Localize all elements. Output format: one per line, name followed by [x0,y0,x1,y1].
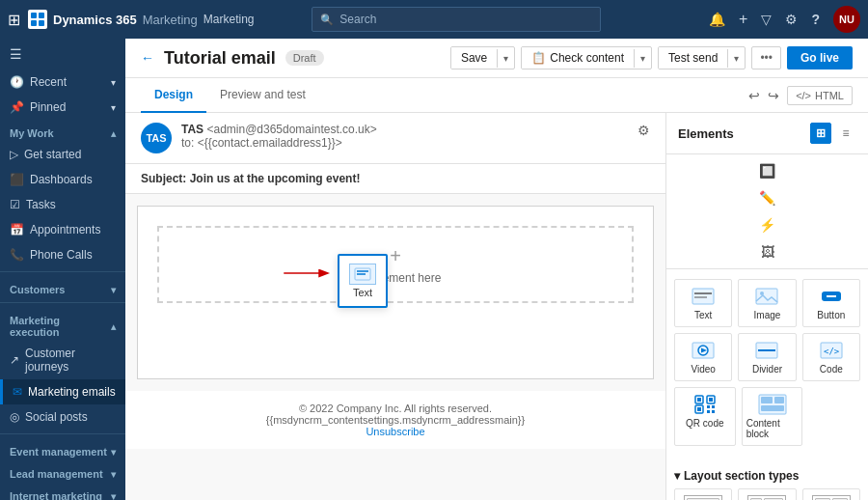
go-live-button[interactable]: Go live [787,46,853,69]
check-icon: 📋 [531,51,546,65]
email-body-container: + Add element here T [125,206,665,449]
pinned-label: Pinned [30,100,66,114]
appointments-icon: 📅 [10,223,24,236]
list-view-icon[interactable]: ≡ [835,123,856,144]
sidebar-item-recent[interactable]: 🕐 Recent ▾ [0,69,125,95]
2-column-preview [812,495,851,500]
text-icon [689,286,718,307]
sidebar-item-customer-journeys[interactable]: ↗ Customer journeys [0,341,125,379]
notification-icon[interactable]: 🔔 [709,12,725,27]
element-content-block[interactable]: Content block [742,387,803,446]
tool-icon-4[interactable]: 🖼 [755,239,780,264]
email-header-info: TAS TAS <admin@d365domaintest.co.uk> to:… [125,113,665,164]
save-button[interactable]: Save [451,47,497,69]
element-code[interactable]: </> Code [802,333,860,381]
save-caret-button[interactable]: ▾ [497,49,514,68]
sidebar-item-phone-calls[interactable]: 📞 Phone Calls [0,242,125,267]
test-send-button-group: Test send ▾ [658,46,746,69]
email-meta: TAS <admin@d365domaintest.co.uk> to: <{{… [181,123,628,150]
recent-icon: 🕐 [10,75,24,89]
element-image[interactable]: Image [738,279,796,327]
empty-cell [808,387,860,446]
filter-icon[interactable]: ▽ [761,12,772,27]
sender-email: <admin@d365domaintest.co.uk> [206,123,376,136]
grid-icon[interactable]: ⊞ [8,11,20,29]
svg-rect-29 [707,405,710,408]
button-icon [817,286,846,307]
brand-name: Dynamics 365 [53,13,137,27]
sidebar-item-appointments[interactable]: 📅 Appointments [0,217,125,242]
sidebar-item-get-started[interactable]: ▷ Get started [0,142,125,167]
check-content-button-group: 📋 Check content ▾ [521,46,652,69]
tab-design[interactable]: Design [141,78,206,113]
element-divider[interactable]: Divider [738,333,796,381]
back-button[interactable]: ← [141,50,154,66]
svg-rect-34 [761,397,773,403]
tool-icon-1[interactable]: 🔲 [755,158,780,183]
html-button[interactable]: </> HTML [787,86,853,105]
sidebar-hamburger[interactable]: ☰ [0,39,125,69]
image-icon [752,286,781,307]
brand-logo: Dynamics 365 Marketing Marketing [28,10,255,29]
internet-marketing-label: Internet marketing [10,490,102,500]
content-area: ← Tutorial email Draft Save ▾ 📋 Check co… [125,39,868,500]
my-work-chevron: ▴ [111,128,116,139]
element-text[interactable]: Text [674,279,732,327]
unsubscribe-link[interactable]: Unsubscribe [366,426,424,437]
layout-1-2-column[interactable]: 1:2 Column [738,488,796,500]
grid-view-icon[interactable]: ⊞ [810,123,831,144]
add-element-area[interactable]: + Add element here [157,226,634,303]
check-content-button[interactable]: 📋 Check content [522,47,634,69]
check-content-caret-button[interactable]: ▾ [634,49,651,68]
search-box[interactable]: 🔍 Search [312,7,601,32]
phone-calls-label: Phone Calls [30,248,93,262]
sidebar-item-pinned[interactable]: 📌 Pinned ▾ [0,95,125,120]
test-send-caret-button[interactable]: ▾ [727,49,745,68]
email-body[interactable]: + Add element here [137,206,654,379]
sidebar-item-dashboards[interactable]: ⬛ Dashboards [0,167,125,192]
svg-rect-35 [774,397,784,403]
element-qr-code[interactable]: QR code [674,387,736,446]
customer-journeys-label: Customer journeys [25,347,116,374]
content-block-element-label: Content block [746,418,799,439]
layout-1-column[interactable]: 1 Column [674,488,732,500]
svg-rect-9 [692,289,714,304]
email-canvas: TAS TAS <admin@d365domaintest.co.uk> to:… [125,113,665,500]
page-title: Tutorial email [164,48,276,69]
new-icon[interactable]: + [739,11,747,28]
redo-icon[interactable]: ↪ [768,88,779,103]
test-send-button[interactable]: Test send [659,47,727,69]
tab-preview[interactable]: Preview and test [206,78,319,113]
undo-icon[interactable]: ↩ [748,88,760,103]
more-options-button[interactable]: ••• [751,46,781,69]
lead-management-group: Lead management ▾ [0,460,125,483]
gear-icon[interactable]: ⚙ [637,123,650,138]
sidebar-item-marketing-emails[interactable]: ✉ Marketing emails [0,379,125,404]
settings-icon[interactable]: ⚙ [785,12,798,27]
email-footer: © 2022 Company Inc. All rights reserved.… [125,391,665,449]
status-badge: Draft [285,50,324,66]
subject-row: Subject: Join us at the upcoming event! [125,164,665,194]
top-navigation: ⊞ Dynamics 365 Marketing Marketing 🔍 Sea… [0,0,868,39]
tool-icon-2[interactable]: ✏️ [755,185,780,210]
sidebar-item-tasks[interactable]: ☑ Tasks [0,192,125,217]
sidebar-item-social-posts[interactable]: ◎ Social posts [0,404,125,430]
dashboards-icon: ⬛ [10,173,24,186]
save-button-group: Save ▾ [450,46,515,69]
footer-token: {{msdyncrm_contentsettings.msdyncrm_addr… [141,414,650,426]
help-icon[interactable]: ? [811,12,820,27]
elements-row-3: QR code Content block [674,387,860,446]
user-avatar[interactable]: NU [833,6,860,33]
text-element-tooltip[interactable]: Text [338,254,388,308]
divider-icon [752,340,781,361]
sidebar: ☰ 🕐 Recent ▾ 📌 Pinned ▾ My Work ▴ ▷ Get … [0,39,125,500]
appointments-label: Appointments [30,223,100,236]
element-video[interactable]: Video [674,333,732,381]
lead-management-chevron: ▾ [111,469,116,480]
layout-2-column[interactable]: 2 Column [802,488,860,500]
check-content-label: Check content [550,51,624,65]
tool-icon-3[interactable]: ⚡ [755,212,780,237]
layout-section-header[interactable]: ▾ Layout section types [674,461,860,488]
get-started-label: Get started [24,148,81,161]
element-button[interactable]: Button [802,279,860,327]
